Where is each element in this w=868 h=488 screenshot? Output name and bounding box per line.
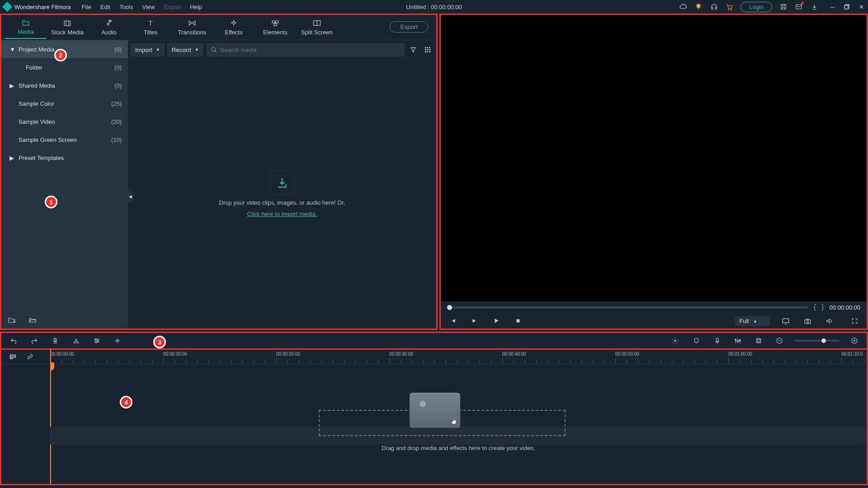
preview-viewport[interactable] bbox=[441, 15, 867, 301]
cloud-icon[interactable] bbox=[679, 3, 687, 11]
marker-button[interactable] bbox=[690, 335, 702, 347]
export-button[interactable]: Export bbox=[390, 21, 428, 33]
stop-button[interactable] bbox=[512, 315, 524, 327]
grid-view-icon[interactable] bbox=[422, 44, 434, 56]
tree-sample-green[interactable]: Sample Green Screen (10) bbox=[1, 131, 128, 149]
tab-media[interactable]: Media bbox=[5, 19, 47, 39]
menu-edit[interactable]: Edit bbox=[100, 4, 110, 10]
filter-icon[interactable] bbox=[407, 44, 419, 56]
tab-effects[interactable]: Effects bbox=[213, 19, 255, 36]
mark-in-icon[interactable]: { bbox=[814, 303, 816, 311]
caret-down-icon: ▼ bbox=[9, 46, 15, 53]
tree-folder[interactable]: Folder (0) bbox=[1, 58, 128, 76]
svg-rect-12 bbox=[427, 47, 429, 48]
login-button[interactable]: Login bbox=[741, 2, 772, 12]
notify-icon[interactable] bbox=[795, 3, 803, 11]
zoom-slider[interactable] bbox=[794, 340, 840, 342]
import-icon bbox=[270, 170, 294, 195]
download-icon[interactable] bbox=[810, 3, 818, 11]
tab-stock-media[interactable]: Stock Media bbox=[47, 19, 88, 36]
search-media[interactable] bbox=[206, 43, 405, 56]
window-minimize[interactable]: ─ bbox=[829, 4, 835, 10]
save-icon[interactable] bbox=[779, 3, 788, 11]
zoom-in-button[interactable] bbox=[849, 335, 860, 347]
undo-button[interactable] bbox=[8, 335, 19, 347]
svg-rect-14 bbox=[425, 49, 426, 51]
support-icon[interactable] bbox=[710, 3, 718, 11]
new-folder-icon[interactable] bbox=[6, 314, 18, 326]
split-button[interactable] bbox=[70, 335, 82, 347]
tab-audio[interactable]: Audio bbox=[88, 19, 130, 36]
redo-button[interactable] bbox=[28, 335, 40, 347]
chevron-down-icon: ▼ bbox=[156, 47, 160, 52]
audio-mixer-button[interactable] bbox=[732, 335, 744, 347]
tree-sample-video[interactable]: Sample Video (20) bbox=[1, 113, 128, 131]
next-frame-button[interactable] bbox=[469, 315, 481, 327]
menu-export[interactable]: Export bbox=[164, 4, 181, 10]
timeline-tracks[interactable]: 00:00:00:0000:00:10:0000:00:20:0000:00:3… bbox=[50, 350, 867, 484]
tab-split-screen[interactable]: Split Screen bbox=[296, 19, 338, 36]
crop-button[interactable] bbox=[753, 335, 764, 347]
svg-point-28 bbox=[95, 342, 97, 343]
menu-help[interactable]: Help bbox=[190, 4, 202, 10]
annotation-badge-4: 4 bbox=[120, 396, 132, 408]
prev-frame-button[interactable] bbox=[447, 315, 459, 327]
search-input[interactable] bbox=[221, 47, 400, 53]
edit-properties-button[interactable] bbox=[91, 335, 103, 347]
tree-preset-templates[interactable]: ▶ Preset Templates bbox=[1, 149, 128, 167]
tree-sample-color[interactable]: Sample Color (25) bbox=[1, 94, 128, 113]
menu-file[interactable]: File bbox=[82, 4, 91, 10]
track-link-icon[interactable] bbox=[24, 351, 36, 363]
audio-track[interactable]: ♪ 1 bbox=[50, 475, 867, 484]
stock-icon bbox=[63, 19, 71, 27]
media-dropzone[interactable]: Drop your video clips, images, or audio … bbox=[128, 59, 436, 328]
tab-elements[interactable]: Elements bbox=[255, 19, 296, 36]
annotation-badge-1: 1 bbox=[45, 196, 57, 208]
menu-tools[interactable]: Tools bbox=[119, 4, 133, 10]
svg-rect-31 bbox=[735, 339, 736, 340]
snapshot-icon[interactable] bbox=[802, 315, 813, 327]
folder-icon bbox=[22, 19, 30, 27]
svg-point-23 bbox=[807, 320, 808, 322]
window-close[interactable]: ✕ bbox=[858, 4, 864, 10]
tab-titles[interactable]: Titles bbox=[130, 19, 171, 36]
fullscreen-icon[interactable] bbox=[849, 315, 860, 327]
display-icon[interactable] bbox=[780, 315, 792, 327]
audio-edit-button[interactable] bbox=[112, 335, 123, 347]
import-dropdown[interactable]: Import▼ bbox=[131, 43, 165, 56]
menubar: File Edit Tools View Export Help bbox=[82, 4, 202, 10]
svg-rect-33 bbox=[739, 340, 741, 341]
preview-quality-select[interactable]: Full ▼ bbox=[735, 316, 770, 326]
preview-scrubber[interactable] bbox=[447, 306, 808, 309]
playhead[interactable] bbox=[50, 350, 51, 484]
svg-point-26 bbox=[95, 338, 96, 340]
window-maximize[interactable] bbox=[844, 4, 850, 10]
play-button[interactable] bbox=[491, 315, 502, 327]
track-manager-icon[interactable] bbox=[7, 351, 19, 363]
svg-point-25 bbox=[77, 342, 78, 343]
titles-icon bbox=[146, 19, 155, 27]
timeline-ruler[interactable]: 00:00:00:0000:00:10:0000:00:20:0000:00:3… bbox=[50, 350, 867, 364]
zoom-out-button[interactable] bbox=[774, 335, 785, 347]
voiceover-button[interactable] bbox=[711, 335, 723, 347]
import-media-link[interactable]: Click here to import media. bbox=[247, 211, 317, 217]
record-dropdown[interactable]: Record▼ bbox=[167, 43, 203, 56]
audio-icon bbox=[105, 19, 113, 27]
render-preview-button[interactable] bbox=[670, 335, 681, 347]
delete-button[interactable] bbox=[49, 335, 61, 347]
mark-out-icon[interactable]: } bbox=[821, 303, 824, 311]
svg-rect-22 bbox=[805, 319, 811, 324]
volume-icon[interactable] bbox=[823, 315, 835, 327]
tab-transitions[interactable]: Transitions bbox=[171, 19, 213, 36]
open-folder-icon[interactable] bbox=[27, 314, 38, 326]
menu-view[interactable]: View bbox=[142, 4, 155, 10]
split-icon bbox=[313, 19, 321, 27]
cart-icon[interactable] bbox=[725, 3, 733, 11]
tree-shared-media[interactable]: ▶ Shared Media (0) bbox=[1, 76, 128, 94]
svg-point-10 bbox=[211, 47, 215, 51]
svg-rect-13 bbox=[429, 47, 430, 48]
transitions-icon bbox=[188, 19, 196, 27]
svg-rect-4 bbox=[844, 5, 848, 9]
tips-icon[interactable] bbox=[694, 3, 703, 11]
svg-rect-35 bbox=[757, 339, 760, 342]
